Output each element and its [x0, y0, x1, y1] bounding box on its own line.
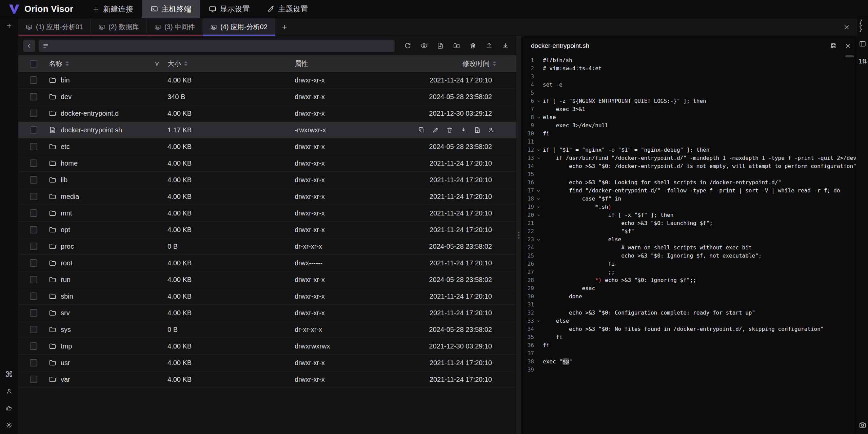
camera-icon[interactable] [859, 421, 866, 429]
terminal-tab-1[interactable]: (1) 应用-分析01 [18, 18, 91, 36]
permission-icon[interactable] [488, 127, 495, 133]
terminal-tab-4[interactable]: (4) 应用-分析02 [203, 18, 275, 36]
row-checkbox[interactable] [30, 76, 37, 84]
upload-icon[interactable] [486, 42, 493, 49]
gear-icon[interactable] [6, 422, 13, 429]
code-line: 34 echo >&3 "$0: No files found in /dock… [521, 325, 857, 333]
chevron-down-icon[interactable] [536, 213, 541, 218]
row-checkbox[interactable] [30, 143, 37, 150]
hand-ok-icon[interactable] [6, 405, 13, 412]
chevron-down-icon[interactable] [536, 99, 541, 103]
nav-item-host-terminal[interactable]: 主机终端 [142, 0, 200, 18]
download-icon[interactable] [502, 42, 509, 49]
row-checkbox[interactable] [30, 126, 37, 134]
sort-name-control[interactable] [65, 61, 69, 66]
select-all-checkbox[interactable] [30, 60, 37, 68]
line-number: 31 [521, 301, 534, 309]
eye-icon[interactable] [420, 42, 428, 49]
row-checkbox[interactable] [30, 110, 37, 117]
row-checkbox[interactable] [30, 243, 37, 250]
row-checkbox[interactable] [30, 176, 37, 184]
nav-item-theme-settings[interactable]: 主题设置 [258, 0, 317, 18]
path-input[interactable] [39, 40, 395, 52]
nav-item-new-connection[interactable]: 新建连接 [83, 0, 142, 18]
row-checkbox[interactable] [30, 376, 37, 383]
file-row-docker-entrypoint.sh[interactable]: docker-entrypoint.sh1.17 KB-rwxrwxr-x [18, 122, 516, 138]
close-icon[interactable] [845, 42, 851, 49]
nav-item-display-settings[interactable]: 显示设置 [200, 0, 258, 18]
terminal-tab-3[interactable]: (3) 中间件 [147, 18, 203, 36]
row-checkbox[interactable] [30, 93, 37, 100]
file-row-sbin[interactable]: sbin4.00 KBdrwxr-xr-x2021-11-24 17:20:10 [18, 288, 516, 305]
row-checkbox[interactable] [30, 193, 37, 200]
close-panel-button[interactable] [836, 18, 857, 36]
row-checkbox[interactable] [30, 293, 37, 300]
chevron-down-icon[interactable] [536, 189, 541, 193]
file-row-usr[interactable]: usr4.00 KBdrwxr-xr-x2021-11-24 17:20:10 [18, 355, 516, 371]
editor-scrollbar-thumb[interactable] [845, 55, 854, 57]
file-row-dev[interactable]: dev340 Bdrwxr-xr-x2024-05-28 23:58:02 [18, 89, 516, 105]
row-checkbox[interactable] [30, 342, 37, 350]
row-checkbox[interactable] [30, 326, 37, 333]
edit-icon[interactable] [432, 127, 439, 133]
new-tab-button[interactable] [275, 18, 294, 36]
refresh-icon[interactable] [404, 42, 411, 49]
back-button[interactable] [23, 40, 35, 52]
sort-mtime-control[interactable] [493, 61, 496, 66]
fullscreen-icon[interactable] [852, 5, 868, 13]
panel-splitter[interactable] [516, 36, 521, 434]
chevron-down-icon[interactable] [536, 238, 541, 242]
row-checkbox[interactable] [30, 209, 37, 217]
chevron-down-icon[interactable] [536, 319, 541, 323]
file-row-run[interactable]: run4.00 KBdrwxr-xr-x2024-05-28 23:58:02 [18, 271, 516, 288]
row-checkbox[interactable] [30, 276, 37, 283]
file-row-sys[interactable]: sys0 Bdr-xr-xr-x2024-05-28 23:58:02 [18, 321, 516, 338]
file-row-tmp[interactable]: tmp4.00 KBdrwxrwxrwx2021-12-30 03:29:10 [18, 338, 516, 355]
move-icon[interactable] [474, 127, 481, 133]
braces-icon[interactable]: { } [859, 22, 866, 30]
file-row-home[interactable]: home4.00 KBdrwxr-xr-x2021-11-24 17:20:10 [18, 155, 516, 172]
file-row-lib[interactable]: lib4.00 KBdrwxr-xr-x2021-11-24 17:20:10 [18, 172, 516, 188]
chevron-down-icon[interactable] [536, 205, 541, 209]
download-icon[interactable] [460, 127, 467, 133]
trash-icon[interactable] [469, 42, 476, 49]
file-row-bin[interactable]: bin4.00 KBdrwxr-xr-x2021-11-24 17:20:10 [18, 72, 516, 89]
command-icon[interactable]: ⌘ [6, 371, 13, 378]
file-row-docker-entrypoint.d[interactable]: docker-entrypoint.d4.00 KBdrwxr-xr-x2021… [18, 105, 516, 122]
file-row-mnt[interactable]: mnt4.00 KBdrwxr-xr-x2021-11-24 17:20:10 [18, 205, 516, 222]
file-row-var[interactable]: var4.00 KBdrwxr-xr-x2021-11-24 17:20:10 [18, 371, 516, 388]
file-row-etc[interactable]: etc4.00 KBdrwxr-xr-x2024-05-28 23:58:02 [18, 138, 516, 155]
save-icon[interactable] [830, 42, 837, 49]
panel-icon[interactable] [859, 40, 866, 48]
trash-icon[interactable] [446, 127, 453, 133]
row-checkbox[interactable] [30, 359, 37, 366]
chevron-down-icon[interactable] [536, 148, 541, 152]
workspace: 名称 大小 属性 修改 [18, 36, 857, 434]
row-checkbox[interactable] [30, 226, 37, 233]
row-checkbox[interactable] [30, 309, 37, 317]
editor-file-chip[interactable]: docker-entrypoint.sh [527, 40, 594, 52]
chevron-down-icon[interactable] [536, 197, 541, 201]
folder-plus-icon[interactable] [453, 42, 460, 49]
file-row-srv[interactable]: srv4.00 KBdrwxr-xr-x2021-11-24 17:20:10 [18, 305, 516, 321]
terminal-tab-2[interactable]: (2) 数据库 [91, 18, 147, 36]
sort-size-control[interactable] [184, 61, 188, 66]
file-row-media[interactable]: media4.00 KBdrwxr-xr-x2021-11-24 17:20:1… [18, 188, 516, 205]
row-checkbox[interactable] [30, 159, 37, 167]
row-checkbox[interactable] [30, 259, 37, 267]
user-icon[interactable] [6, 388, 13, 395]
code-line: 1#!/bin/sh [521, 56, 857, 64]
file-size: 4.00 KB [167, 376, 295, 383]
plus-icon[interactable] [6, 22, 13, 29]
code-text: ;; [543, 268, 857, 276]
sort-number-icon[interactable]: 1⇅ [859, 58, 866, 65]
chevron-down-icon[interactable] [536, 115, 541, 120]
filter-icon[interactable] [154, 61, 160, 67]
file-row-proc[interactable]: proc0 Bdr-xr-xr-x2024-05-28 23:58:02 [18, 238, 516, 255]
file-row-root[interactable]: root4.00 KBdrwx------2021-11-24 17:20:10 [18, 255, 516, 271]
file-row-opt[interactable]: opt4.00 KBdrwxr-xr-x2021-11-24 17:20:10 [18, 222, 516, 238]
chevron-down-icon[interactable] [536, 156, 541, 161]
code-editor[interactable]: 1#!/bin/sh2# vim:sw=4:ts=4:et34set -e56i… [521, 55, 857, 434]
file-plus-icon[interactable] [437, 42, 444, 49]
copy-icon[interactable] [418, 127, 425, 133]
